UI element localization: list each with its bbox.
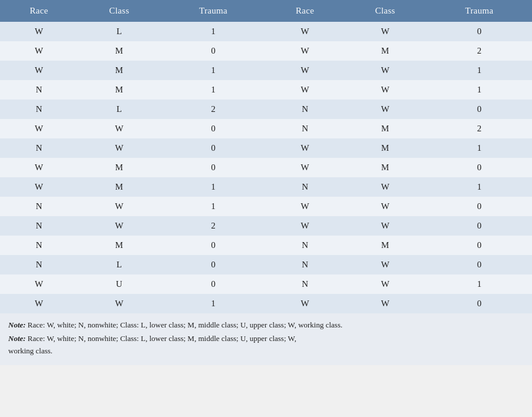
- cell-r13-c4: W: [344, 274, 427, 294]
- cell-r4-c3: N: [266, 100, 343, 119]
- cell-r11-c2: 0: [160, 236, 266, 255]
- cell-r11-c5: 0: [427, 236, 532, 255]
- cell-r0-c5: 0: [427, 22, 532, 41]
- cell-r14-c5: 0: [427, 294, 532, 313]
- cell-r10-c2: 2: [160, 216, 266, 236]
- cell-r7-c1: M: [78, 158, 160, 177]
- cell-r8-c5: 1: [427, 177, 532, 197]
- table-row: NM0NM0: [0, 236, 532, 255]
- cell-r1-c2: 0: [160, 41, 266, 61]
- col-header-0: Race: [0, 0, 78, 22]
- cell-r6-c1: W: [78, 138, 160, 158]
- note-label-1: Note:: [8, 320, 26, 329]
- note-section: Note: Race: W, white; N, nonwhite; Class…: [0, 313, 532, 365]
- col-header-2: Trauma: [160, 0, 266, 22]
- cell-r9-c1: W: [78, 197, 160, 216]
- cell-r3-c5: 1: [427, 80, 532, 100]
- cell-r4-c1: L: [78, 100, 160, 119]
- cell-r2-c3: W: [266, 61, 343, 80]
- cell-r7-c2: 0: [160, 158, 266, 177]
- col-header-1: Class: [78, 0, 160, 22]
- cell-r7-c5: 0: [427, 158, 532, 177]
- col-header-5: Trauma: [427, 0, 532, 22]
- table-row: WW1WW0: [0, 294, 532, 313]
- cell-r6-c5: 1: [427, 138, 532, 158]
- cell-r0-c3: W: [266, 22, 343, 41]
- cell-r7-c0: W: [0, 158, 78, 177]
- cell-r9-c2: 1: [160, 197, 266, 216]
- cell-r11-c0: N: [0, 236, 78, 255]
- cell-r10-c4: W: [344, 216, 427, 236]
- cell-r14-c2: 1: [160, 294, 266, 313]
- cell-r5-c2: 0: [160, 119, 266, 138]
- col-header-4: Class: [344, 0, 427, 22]
- table-row: WU0NW1: [0, 274, 532, 294]
- cell-r12-c5: 0: [427, 255, 532, 274]
- page: RaceClassTraumaRaceClassTrauma WL1WW0WM0…: [0, 0, 532, 365]
- cell-r5-c4: M: [344, 119, 427, 138]
- cell-r9-c5: 0: [427, 197, 532, 216]
- cell-r8-c4: W: [344, 177, 427, 197]
- col-header-3: Race: [266, 0, 343, 22]
- cell-r12-c4: W: [344, 255, 427, 274]
- cell-r11-c3: N: [266, 236, 343, 255]
- cell-r5-c0: W: [0, 119, 78, 138]
- cell-r10-c5: 0: [427, 216, 532, 236]
- cell-r0-c4: W: [344, 22, 427, 41]
- cell-r14-c1: W: [78, 294, 160, 313]
- cell-r1-c1: M: [78, 41, 160, 61]
- table-row: NW2WW0: [0, 216, 532, 236]
- cell-r3-c4: W: [344, 80, 427, 100]
- cell-r0-c2: 1: [160, 22, 266, 41]
- cell-r8-c3: N: [266, 177, 343, 197]
- cell-r2-c5: 1: [427, 61, 532, 80]
- note-label-2: Note:: [8, 334, 26, 343]
- cell-r13-c3: N: [266, 274, 343, 294]
- cell-r2-c4: W: [344, 61, 427, 80]
- cell-r14-c0: W: [0, 294, 78, 313]
- cell-r12-c2: 0: [160, 255, 266, 274]
- cell-r1-c3: W: [266, 41, 343, 61]
- header-row: RaceClassTraumaRaceClassTrauma: [0, 0, 532, 22]
- cell-r12-c1: L: [78, 255, 160, 274]
- table-row: NL2NW0: [0, 100, 532, 119]
- cell-r8-c2: 1: [160, 177, 266, 197]
- table-row: NW1WW0: [0, 197, 532, 216]
- cell-r1-c4: M: [344, 41, 427, 61]
- cell-r6-c3: W: [266, 138, 343, 158]
- table-row: NW0WM1: [0, 138, 532, 158]
- cell-r9-c3: W: [266, 197, 343, 216]
- cell-r4-c4: W: [344, 100, 427, 119]
- cell-r0-c1: L: [78, 22, 160, 41]
- cell-r13-c1: U: [78, 274, 160, 294]
- table-row: NM1WW1: [0, 80, 532, 100]
- table-row: WL1WW0: [0, 22, 532, 41]
- note-1: Note: Race: W, white; N, nonwhite; Class…: [8, 319, 524, 332]
- cell-r13-c5: 1: [427, 274, 532, 294]
- cell-r10-c1: W: [78, 216, 160, 236]
- table-row: WM0WM0: [0, 158, 532, 177]
- data-table: RaceClassTraumaRaceClassTrauma WL1WW0WM0…: [0, 0, 532, 313]
- cell-r12-c3: N: [266, 255, 343, 274]
- cell-r14-c3: W: [266, 294, 343, 313]
- cell-r2-c2: 1: [160, 61, 266, 80]
- cell-r6-c4: M: [344, 138, 427, 158]
- cell-r14-c4: W: [344, 294, 427, 313]
- cell-r11-c4: M: [344, 236, 427, 255]
- cell-r8-c1: M: [78, 177, 160, 197]
- table-row: WM1NW1: [0, 177, 532, 197]
- note-2-text: Race: W, white; N, nonwhite; Class: L, l…: [8, 334, 296, 355]
- cell-r4-c0: N: [0, 100, 78, 119]
- cell-r13-c2: 0: [160, 274, 266, 294]
- table-header: RaceClassTraumaRaceClassTrauma: [0, 0, 532, 22]
- cell-r2-c1: M: [78, 61, 160, 80]
- cell-r10-c3: W: [266, 216, 343, 236]
- cell-r5-c3: N: [266, 119, 343, 138]
- cell-r13-c0: W: [0, 274, 78, 294]
- cell-r4-c2: 2: [160, 100, 266, 119]
- cell-r5-c1: W: [78, 119, 160, 138]
- cell-r8-c0: W: [0, 177, 78, 197]
- cell-r5-c5: 2: [427, 119, 532, 138]
- cell-r1-c0: W: [0, 41, 78, 61]
- cell-r3-c2: 1: [160, 80, 266, 100]
